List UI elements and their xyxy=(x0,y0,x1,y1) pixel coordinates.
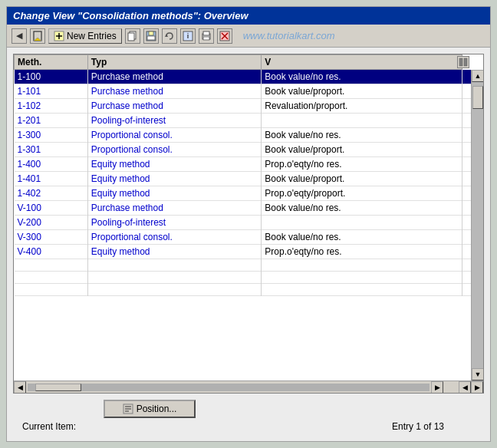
cell-v xyxy=(262,272,462,284)
content-area: Meth. Typ V 1-100Purchase methodBook val… xyxy=(7,48,490,441)
save-icon[interactable] xyxy=(143,28,159,44)
vscroll-down-btn[interactable]: ▼ xyxy=(472,368,484,380)
cell-typ: Proportional consol. xyxy=(87,230,261,245)
table-container: Meth. Typ V 1-100Purchase methodBook val… xyxy=(13,54,484,394)
cell-meth: 1-102 xyxy=(15,99,88,114)
cell-meth xyxy=(15,284,88,296)
cell-meth: V-400 xyxy=(15,245,88,259)
footer-area: Position... Current Item: Entry 1 of 13 xyxy=(13,394,484,435)
table-row[interactable]: 1-100Purchase methodBook value/no res. xyxy=(15,70,484,84)
delete-icon[interactable] xyxy=(217,28,232,44)
svg-rect-14 xyxy=(203,37,209,40)
cell-meth: V-100 xyxy=(15,201,88,216)
cell-v xyxy=(262,259,462,272)
table-row[interactable]: V-400Equity methodProp.o'eqty/no res. xyxy=(15,245,484,259)
cell-meth: 1-402 xyxy=(15,186,88,201)
cell-meth xyxy=(15,272,88,284)
cell-typ xyxy=(87,284,261,296)
bookmark-icon[interactable] xyxy=(30,28,45,44)
cell-v xyxy=(262,216,462,230)
svg-rect-19 xyxy=(464,58,467,66)
cell-v: Book value/proport. xyxy=(262,172,462,186)
position-icon xyxy=(123,404,133,414)
cell-meth: 1-300 xyxy=(15,128,88,143)
table-row[interactable] xyxy=(15,284,484,296)
table-row[interactable] xyxy=(15,272,484,284)
table-row[interactable]: 1-102Purchase methodRevaluation/proport. xyxy=(15,99,484,114)
svg-text:i: i xyxy=(186,32,189,40)
cell-v: Prop.o'eqty/proport. xyxy=(262,186,462,201)
cell-meth: 1-100 xyxy=(15,70,88,84)
col-header-v: V xyxy=(262,55,462,70)
footer-row: Current Item: Entry 1 of 13 xyxy=(19,421,478,432)
cell-meth xyxy=(15,259,88,272)
cell-meth: 1-101 xyxy=(15,84,88,99)
column-settings-icon[interactable] xyxy=(457,56,469,68)
copy-icon[interactable] xyxy=(125,28,140,44)
title-bar: Change View "Consolidation methods": Ove… xyxy=(7,7,490,25)
cell-typ: Purchase method xyxy=(87,70,261,84)
undo-icon[interactable] xyxy=(162,28,177,44)
cell-v xyxy=(262,284,462,296)
hscroll-track[interactable] xyxy=(28,384,430,391)
table-row[interactable]: 1-402Equity methodProp.o'eqty/proport. xyxy=(15,186,484,201)
col-header-typ: Typ xyxy=(87,55,261,70)
cell-typ: Proportional consol. xyxy=(87,128,261,143)
cell-typ: Pooling-of-interest xyxy=(87,216,261,230)
hscroll-far-left-btn[interactable]: ◀ xyxy=(459,381,471,394)
cell-v: Book value/no res. xyxy=(262,201,462,216)
cell-v: Book value/no res. xyxy=(262,70,462,84)
hscroll-thumb[interactable] xyxy=(35,384,81,391)
cell-typ xyxy=(87,272,261,284)
cell-typ: Proportional consol. xyxy=(87,143,261,157)
cell-meth: V-200 xyxy=(15,216,88,230)
svg-rect-8 xyxy=(147,36,155,40)
main-table: Meth. Typ V 1-100Purchase methodBook val… xyxy=(14,54,483,296)
cell-v: Book value/no res. xyxy=(262,230,462,245)
table-row[interactable]: 1-400Equity methodProp.o'eqty/no res. xyxy=(15,157,484,172)
cell-meth: V-300 xyxy=(15,230,88,245)
cell-meth: 1-400 xyxy=(15,157,88,172)
cell-typ: Purchase method xyxy=(87,99,261,114)
hscroll-right-btn[interactable]: ▶ xyxy=(431,381,443,394)
cell-typ: Equity method xyxy=(87,245,261,259)
watermark: www.tutorialkart.com xyxy=(243,30,335,41)
vertical-scrollbar[interactable]: ▲ ▼ xyxy=(471,70,483,380)
svg-rect-7 xyxy=(149,31,153,35)
back-icon[interactable]: ◀ xyxy=(12,28,27,44)
svg-rect-13 xyxy=(203,31,209,35)
cell-meth: 1-201 xyxy=(15,114,88,128)
new-entries-button[interactable]: New Entries xyxy=(48,28,122,44)
position-button[interactable]: Position... xyxy=(104,400,196,418)
table-row[interactable]: 1-300Proportional consol.Book value/no r… xyxy=(15,128,484,143)
hscroll-far-right-btn[interactable]: ▶ xyxy=(471,381,483,394)
info-icon[interactable]: i xyxy=(180,28,196,44)
hscroll-left-btn[interactable]: ◀ xyxy=(14,381,26,394)
vscroll-thumb[interactable] xyxy=(472,86,483,109)
cell-typ: Equity method xyxy=(87,172,261,186)
toolbar: ◀ New Entries i www.tutorialkart.com xyxy=(7,25,490,48)
table-row[interactable] xyxy=(15,259,484,272)
cell-v: Revaluation/proport. xyxy=(262,99,462,114)
cell-typ: Pooling-of-interest xyxy=(87,114,261,128)
table-row[interactable]: 1-201Pooling-of-interest xyxy=(15,114,484,128)
table-row[interactable]: V-300Proportional consol.Book value/no r… xyxy=(15,230,484,245)
vscroll-up-btn[interactable]: ▲ xyxy=(472,70,484,82)
cell-typ xyxy=(87,259,261,272)
svg-rect-18 xyxy=(459,58,462,66)
position-button-label: Position... xyxy=(137,404,177,414)
vscroll-track[interactable] xyxy=(472,82,484,368)
table-row[interactable]: 1-101Purchase methodBook value/proport. xyxy=(15,84,484,99)
window-title: Change View "Consolidation methods": Ove… xyxy=(13,10,248,21)
print-icon[interactable] xyxy=(199,28,214,44)
horizontal-scrollbar[interactable]: ◀ ▶ ◀ ▶ xyxy=(14,380,483,393)
new-entries-label: New Entries xyxy=(67,31,117,41)
cell-meth: 1-301 xyxy=(15,143,88,157)
current-item-label: Current Item: xyxy=(22,421,76,432)
cell-typ: Equity method xyxy=(87,186,261,201)
table-row[interactable]: 1-401Equity methodBook value/proport. xyxy=(15,172,484,186)
table-row[interactable]: V-200Pooling-of-interest xyxy=(15,216,484,230)
table-row[interactable]: V-100Purchase methodBook value/no res. xyxy=(15,201,484,216)
cell-v: Book value/proport. xyxy=(262,143,462,157)
table-row[interactable]: 1-301Proportional consol.Book value/prop… xyxy=(15,143,484,157)
